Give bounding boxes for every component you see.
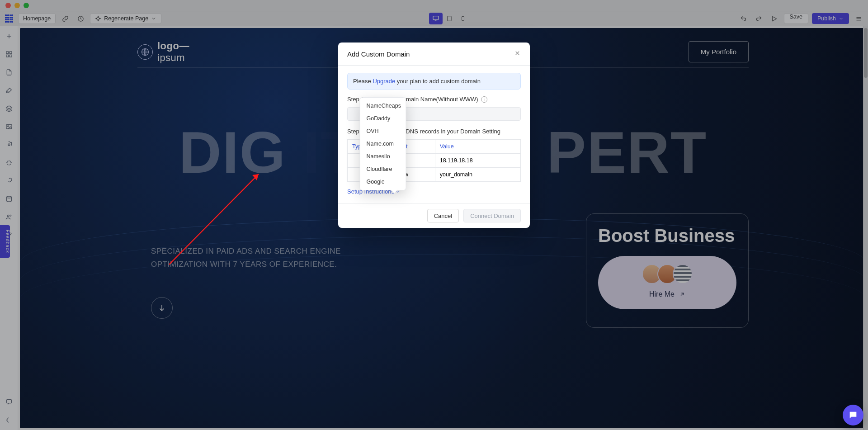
cancel-button[interactable]: Cancel (427, 209, 459, 222)
banner-pre: Please (353, 78, 373, 85)
connect-domain-button[interactable]: Connect Domain (463, 209, 521, 222)
registrar-option[interactable]: Namesilo (360, 150, 406, 163)
chat-fab[interactable] (843, 405, 863, 425)
dns-th-value: Value (435, 140, 520, 154)
registrar-option[interactable]: Name.com (360, 137, 406, 150)
registrar-option[interactable]: NameCheaps (360, 99, 406, 112)
registrar-option[interactable]: Cloudflare (360, 163, 406, 175)
upgrade-banner: Please Upgrade your plan to add custom d… (347, 73, 521, 90)
chat-icon (848, 410, 858, 420)
registrar-option[interactable]: Google (360, 175, 406, 188)
cell-value: 18.119.18.18 (435, 154, 520, 168)
info-icon[interactable]: i (481, 96, 487, 103)
close-icon (514, 50, 521, 57)
banner-post: your plan to add custom domain (395, 78, 481, 85)
registrar-option[interactable]: GoDaddy (360, 112, 406, 125)
registrar-option[interactable]: OVH (360, 125, 406, 137)
registrar-dropdown: NameCheaps GoDaddy OVH Name.com Namesilo… (360, 97, 406, 190)
cell-value: your_domain (435, 168, 520, 182)
modal-title: Add Custom Domain (347, 50, 410, 58)
app-window: Homepage Regenerate Page (0, 0, 868, 430)
upgrade-link[interactable]: Upgrade (373, 78, 395, 85)
modal-close-button[interactable] (514, 50, 521, 58)
